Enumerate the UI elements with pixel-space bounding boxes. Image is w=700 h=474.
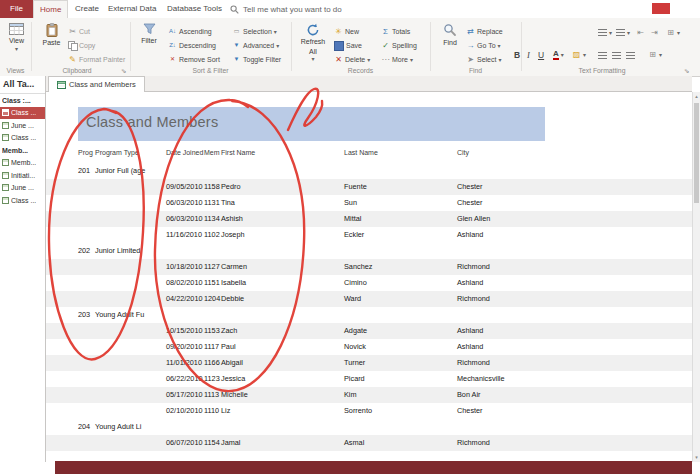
report-data-row: 10/15/20101153ZachAdgateAshland (46, 323, 692, 339)
cell-last-name: Adgate (344, 323, 367, 339)
remove-sort-label: Remove Sort (179, 56, 220, 63)
remove-sort-button[interactable]: ✕ Remove Sort (168, 53, 220, 66)
nav-item[interactable]: Class ... (0, 194, 45, 207)
more-button[interactable]: ⋯ More (381, 53, 413, 66)
align-left-button[interactable] (598, 49, 607, 62)
bullets-caret (609, 29, 612, 36)
cell-program-type: Young Adult Fu (95, 307, 144, 323)
indent-increase-button[interactable]: ⇥ (650, 26, 659, 39)
find-label: Find (443, 39, 457, 47)
nav-item[interactable]: Class ... (0, 132, 45, 145)
selection-label: Selection (243, 28, 272, 35)
spelling-button[interactable]: ✓ Spelling (381, 39, 417, 52)
font-color-button[interactable]: A (553, 48, 564, 61)
replace-button[interactable]: ⇄ Replace (466, 25, 503, 38)
italic-button[interactable]: I (527, 48, 530, 61)
cell-date-joined: 06/03/2010 (166, 211, 203, 227)
advanced-button[interactable]: ▼ Advanced (232, 39, 279, 52)
column-header-first-name: First Name (221, 149, 255, 156)
gridlines-button[interactable]: ⊞ (666, 26, 680, 39)
report-data-row: 05/17/20101113MichelleKimBon Air (46, 387, 692, 403)
filter-button[interactable]: Filter (135, 23, 163, 71)
cell-last-name: Turner (344, 355, 365, 371)
nav-pane-title[interactable]: All Ta... (0, 76, 45, 94)
numbering-caret (627, 29, 630, 36)
align-center-button[interactable] (612, 49, 621, 62)
tab-database-tools[interactable]: Database Tools (161, 0, 228, 18)
clipboard-dialog-launcher[interactable] (121, 67, 126, 74)
bold-button[interactable]: B (514, 48, 520, 61)
report-group-row: 204Young Adult Li (46, 419, 692, 435)
refresh-all-button[interactable]: Refresh All (297, 23, 329, 71)
nav-item[interactable]: Memb... (0, 157, 45, 170)
nav-section-header[interactable]: Memb... (0, 144, 45, 157)
nav-item[interactable]: Initiati... (0, 169, 45, 182)
report-object-icon (57, 81, 66, 89)
tab-create[interactable]: Create (69, 0, 105, 18)
tab-file[interactable]: File (0, 0, 33, 18)
alternate-row-color-button[interactable]: ⊞ (648, 48, 662, 61)
tab-external-data[interactable]: External Data (102, 0, 162, 18)
bullets-button[interactable] (598, 26, 612, 39)
nav-item[interactable]: Class ... (0, 107, 45, 120)
scroll-down-arrow[interactable] (693, 453, 700, 462)
ascending-button[interactable]: A↓ Ascending (168, 25, 212, 38)
save-icon (334, 41, 344, 51)
delete-record-button[interactable]: ✕ Delete (334, 53, 370, 66)
select-button[interactable]: ➤ Select (466, 53, 501, 66)
selection-button[interactable]: ▭ Selection (232, 25, 277, 38)
cell-city: Chester (457, 179, 483, 195)
descending-label: Descending (179, 42, 216, 49)
cell-program-type: Young Adult Li (95, 419, 141, 435)
background-color-button[interactable]: ▨ (572, 48, 586, 61)
refresh-caret (311, 55, 314, 62)
cell-last-name: Cimino (344, 275, 367, 291)
nav-item-label: June ... (11, 122, 34, 129)
sort-ascending-icon: A↓ (168, 27, 177, 36)
paste-button[interactable]: Paste (37, 23, 66, 71)
descending-button[interactable]: Z↓ Descending (168, 39, 216, 52)
text-formatting-dialog-launcher[interactable] (684, 67, 689, 74)
underline-button[interactable]: U (538, 48, 544, 61)
cell-date-joined: 10/18/2010 (166, 259, 203, 275)
replace-icon: ⇄ (466, 27, 475, 36)
scroll-thumb[interactable] (694, 103, 699, 203)
view-button[interactable]: View (3, 23, 30, 71)
more-caret (410, 56, 413, 63)
go-to-button[interactable]: → Go To (466, 39, 501, 52)
select-label: Select (477, 56, 496, 63)
document-tab-class-and-members[interactable]: Class and Members (48, 76, 145, 92)
tab-home[interactable]: Home (33, 0, 68, 18)
alternate-row-color-caret (659, 51, 662, 58)
cell-prog: 202 (78, 243, 90, 259)
group-label-sort-filter: Sort & Filter (130, 67, 291, 74)
vertical-scrollbar[interactable] (692, 92, 700, 462)
tell-me-box[interactable]: Tell me what you want to do (230, 0, 342, 18)
numbering-button[interactable] (616, 26, 630, 39)
cell-member: 1153 (204, 323, 220, 339)
toggle-filter-button[interactable]: ▼ Toggle Filter (232, 53, 281, 66)
column-header-date-joined: Date Joined (166, 149, 203, 156)
alternate-row-color-icon: ⊞ (648, 50, 657, 59)
totals-button[interactable]: Σ Totals (381, 25, 410, 38)
replace-label: Replace (477, 28, 503, 35)
cut-label: Cut (79, 28, 90, 35)
align-right-button[interactable] (626, 49, 635, 62)
cut-button[interactable]: ✂ Cut (68, 25, 90, 38)
nav-section-header[interactable]: Class :... (0, 94, 45, 107)
scroll-up-arrow[interactable] (693, 92, 700, 101)
new-record-button[interactable]: ✳ New (334, 25, 359, 38)
save-record-button[interactable]: Save (334, 39, 362, 52)
format-painter-button[interactable]: ✎ Format Painter (68, 53, 125, 66)
nav-item[interactable]: June ... (0, 119, 45, 132)
column-header-last-name: Last Name (344, 149, 378, 156)
find-button[interactable]: Find (437, 23, 463, 71)
cell-first-name: Pedro (221, 179, 240, 195)
group-separator (31, 22, 32, 71)
advanced-label: Advanced (243, 42, 274, 49)
copy-button[interactable]: Copy (68, 39, 95, 52)
nav-item[interactable]: June ... (0, 182, 45, 195)
table-object-icon (2, 134, 9, 141)
indent-decrease-button[interactable]: ⇤ (636, 26, 645, 39)
cell-member: 1102 (204, 227, 220, 243)
